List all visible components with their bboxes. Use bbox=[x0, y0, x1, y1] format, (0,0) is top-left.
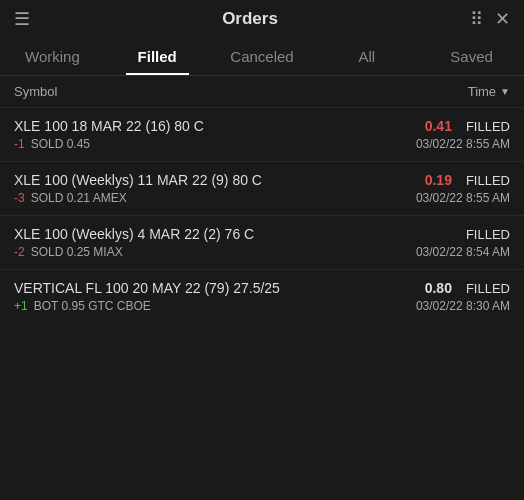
tabs-bar: WorkingFilledCanceledAllSaved bbox=[0, 38, 524, 76]
order-timestamp: 03/02/22 8:55 AM bbox=[416, 137, 510, 151]
sort-arrow-icon: ▼ bbox=[500, 86, 510, 97]
menu-icon[interactable]: ☰ bbox=[14, 8, 30, 30]
tab-working[interactable]: Working bbox=[0, 38, 105, 75]
order-symbol: XLE 100 18 MAR 22 (16) 80 C bbox=[14, 118, 204, 134]
order-price: 0.19 bbox=[425, 172, 452, 188]
order-status: FILLED bbox=[466, 119, 510, 134]
order-price: 0.80 bbox=[425, 280, 452, 296]
symbol-column-header: Symbol bbox=[14, 84, 57, 99]
order-price: 0.41 bbox=[425, 118, 452, 134]
grid-icon[interactable]: ⠿ bbox=[470, 8, 483, 30]
order-detail: +1BOT 0.95 GTC CBOE bbox=[14, 299, 151, 313]
order-status: FILLED bbox=[466, 227, 510, 242]
order-quantity: +1 bbox=[14, 299, 28, 313]
tab-saved[interactable]: Saved bbox=[419, 38, 524, 75]
order-detail: -3SOLD 0.21 AMEX bbox=[14, 191, 127, 205]
order-symbol: XLE 100 (Weeklys) 11 MAR 22 (9) 80 C bbox=[14, 172, 262, 188]
tab-all[interactable]: All bbox=[314, 38, 419, 75]
order-top-right: 0.19FILLED bbox=[425, 172, 510, 188]
page-title: Orders bbox=[30, 9, 470, 29]
order-detail-text: BOT 0.95 GTC CBOE bbox=[34, 299, 151, 313]
order-top-right: 0.41FILLED bbox=[425, 118, 510, 134]
order-symbol: XLE 100 (Weeklys) 4 MAR 22 (2) 76 C bbox=[14, 226, 254, 242]
order-timestamp: 03/02/22 8:54 AM bbox=[416, 245, 510, 259]
order-quantity: -2 bbox=[14, 245, 25, 259]
column-header-row: Symbol Time ▼ bbox=[0, 76, 524, 108]
order-quantity: -1 bbox=[14, 137, 25, 151]
order-quantity: -3 bbox=[14, 191, 25, 205]
tab-filled[interactable]: Filled bbox=[105, 38, 210, 75]
order-timestamp: 03/02/22 8:30 AM bbox=[416, 299, 510, 313]
order-top-right: FILLED bbox=[458, 227, 510, 242]
order-status: FILLED bbox=[466, 173, 510, 188]
table-row[interactable]: XLE 100 18 MAR 22 (16) 80 C0.41FILLED-1S… bbox=[0, 108, 524, 162]
order-detail-text: SOLD 0.25 MIAX bbox=[31, 245, 123, 259]
table-row[interactable]: VERTICAL FL 100 20 MAY 22 (79) 27.5/250.… bbox=[0, 270, 524, 323]
orders-list: XLE 100 18 MAR 22 (16) 80 C0.41FILLED-1S… bbox=[0, 108, 524, 323]
order-top-right: 0.80FILLED bbox=[425, 280, 510, 296]
order-detail: -2SOLD 0.25 MIAX bbox=[14, 245, 123, 259]
order-detail-text: SOLD 0.21 AMEX bbox=[31, 191, 127, 205]
header: ☰ Orders ⠿ ✕ bbox=[0, 0, 524, 38]
time-column-header[interactable]: Time ▼ bbox=[468, 84, 510, 99]
order-detail-text: SOLD 0.45 bbox=[31, 137, 90, 151]
order-symbol: VERTICAL FL 100 20 MAY 22 (79) 27.5/25 bbox=[14, 280, 280, 296]
order-detail: -1SOLD 0.45 bbox=[14, 137, 90, 151]
table-row[interactable]: XLE 100 (Weeklys) 11 MAR 22 (9) 80 C0.19… bbox=[0, 162, 524, 216]
table-row[interactable]: XLE 100 (Weeklys) 4 MAR 22 (2) 76 CFILLE… bbox=[0, 216, 524, 270]
close-icon[interactable]: ✕ bbox=[495, 8, 510, 30]
order-status: FILLED bbox=[466, 281, 510, 296]
tab-canceled[interactable]: Canceled bbox=[210, 38, 315, 75]
order-timestamp: 03/02/22 8:55 AM bbox=[416, 191, 510, 205]
